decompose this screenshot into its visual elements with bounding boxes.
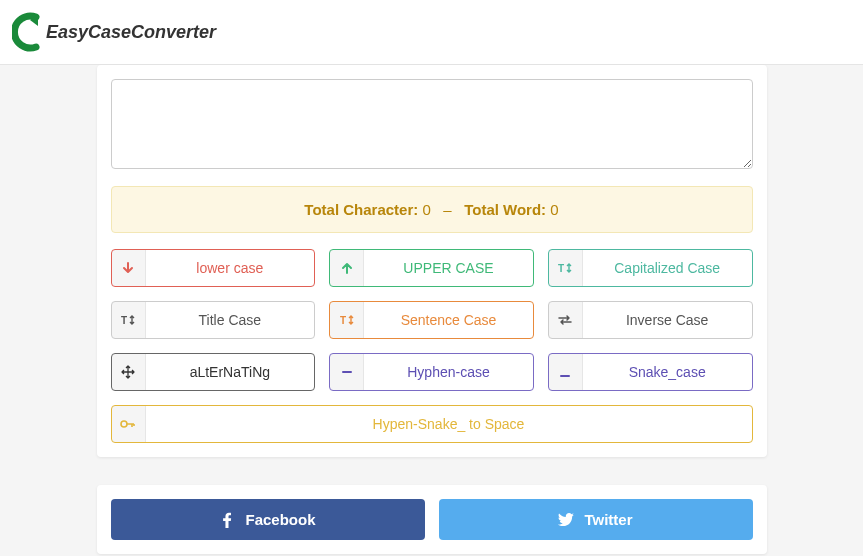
alternating-case-label: aLtErNaTiNg	[146, 354, 315, 390]
lower-case-button[interactable]: lower case	[111, 249, 316, 287]
button-grid: lower case UPPER CASE T Capitalized Case…	[111, 249, 753, 443]
text-input[interactable]	[111, 79, 753, 169]
twitter-share-button[interactable]: Twitter	[439, 499, 753, 540]
facebook-label: Facebook	[245, 511, 315, 528]
title-case-button[interactable]: T Title Case	[111, 301, 316, 339]
svg-text:T: T	[121, 315, 127, 326]
upper-case-button[interactable]: UPPER CASE	[329, 249, 534, 287]
move-icon	[112, 354, 146, 390]
char-value: 0	[422, 201, 430, 218]
stats-sep: –	[443, 201, 451, 218]
word-value: 0	[550, 201, 558, 218]
capitalized-case-label: Capitalized Case	[583, 250, 752, 286]
alternating-case-button[interactable]: aLtErNaTiNg	[111, 353, 316, 391]
snake-case-label: Snake_case	[583, 354, 752, 390]
svg-point-3	[121, 421, 127, 427]
key-icon	[112, 406, 146, 442]
snake-case-button[interactable]: Snake_case	[548, 353, 753, 391]
sentence-case-label: Sentence Case	[364, 302, 533, 338]
title-case-label: Title Case	[146, 302, 315, 338]
minus-icon	[330, 354, 364, 390]
char-label: Total Character:	[304, 201, 418, 218]
upper-case-label: UPPER CASE	[364, 250, 533, 286]
logo-icon	[12, 11, 42, 53]
text-height-icon: T	[112, 302, 146, 338]
text-height-icon: T	[549, 250, 583, 286]
hyphen-snake-to-space-label: Hypen-Snake_ to Space	[146, 406, 752, 442]
arrow-down-icon	[112, 250, 146, 286]
inverse-case-label: Inverse Case	[583, 302, 752, 338]
facebook-share-button[interactable]: Facebook	[111, 499, 425, 540]
brand-name: EasyCaseConverter	[46, 22, 216, 43]
hyphen-case-button[interactable]: Hyphen-case	[329, 353, 534, 391]
stats-bar: Total Character: 0 – Total Word: 0	[111, 186, 753, 233]
hyphen-case-label: Hyphen-case	[364, 354, 533, 390]
lower-case-label: lower case	[146, 250, 315, 286]
navbar: EasyCaseConverter	[0, 0, 863, 65]
facebook-icon	[219, 512, 235, 528]
sentence-case-button[interactable]: T Sentence Case	[329, 301, 534, 339]
svg-text:T: T	[340, 315, 346, 326]
capitalized-case-button[interactable]: T Capitalized Case	[548, 249, 753, 287]
share-card: Facebook Twitter	[97, 485, 767, 554]
text-height-icon: T	[330, 302, 364, 338]
brand-logo[interactable]: EasyCaseConverter	[12, 11, 216, 53]
svg-text:T: T	[558, 263, 564, 274]
converter-card: Total Character: 0 – Total Word: 0 lower…	[97, 65, 767, 457]
arrow-up-icon	[330, 250, 364, 286]
underscore-icon	[549, 354, 583, 390]
word-label: Total Word:	[464, 201, 546, 218]
twitter-label: Twitter	[584, 511, 632, 528]
inverse-case-button[interactable]: Inverse Case	[548, 301, 753, 339]
hyphen-snake-to-space-button[interactable]: Hypen-Snake_ to Space	[111, 405, 753, 443]
twitter-icon	[558, 513, 574, 527]
swap-icon	[549, 302, 583, 338]
